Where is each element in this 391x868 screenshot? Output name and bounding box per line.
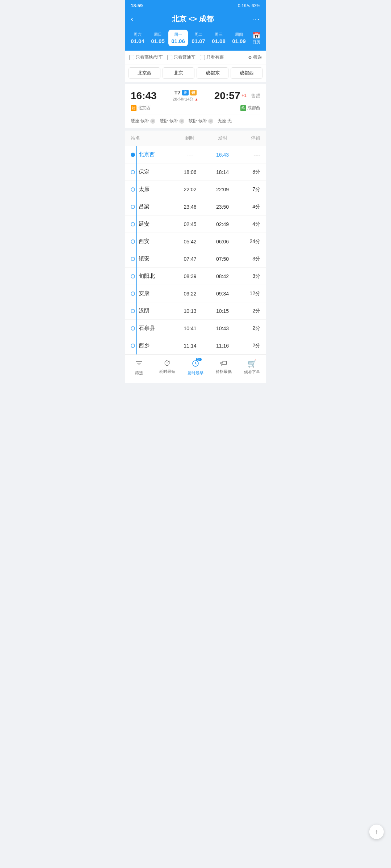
nav-waitlist[interactable]: 🛒 候补下单 xyxy=(238,358,266,377)
filter-high-speed-checkbox[interactable] xyxy=(129,55,134,60)
nav-earliest[interactable]: 24 发时最早 xyxy=(181,358,210,377)
status-bar: 18:59 0.1K/s 63% xyxy=(125,0,266,11)
stop-arrive: 07:47 xyxy=(174,256,206,262)
stop-arrive: 02:45 xyxy=(174,221,206,227)
stop-depart: 16:43 xyxy=(206,152,239,158)
stop-dot xyxy=(131,170,135,174)
nav-earliest-label: 发时最早 xyxy=(188,370,203,376)
stop-name: 汉阴 xyxy=(139,307,150,314)
filter-screen-icon: ⚙ xyxy=(248,55,252,60)
calendar-label: 日历 xyxy=(252,39,260,45)
seat-soft-sleep: 软卧 候补 ✕ xyxy=(189,118,213,124)
stop-stay: 4分 xyxy=(239,204,260,210)
nav-shortest[interactable]: ⏱ 耗时最短 xyxy=(153,358,181,377)
stop-arrive: 22:02 xyxy=(174,187,206,192)
seat-hard: 硬座 候补 ✕ xyxy=(131,118,155,124)
stop-row: 安康 09:22 09:34 12分 xyxy=(125,285,266,302)
badge-mian: 兑 xyxy=(182,90,189,95)
seat-no-seat: 无座 无 xyxy=(218,118,232,124)
nav-shortest-label: 耗时最短 xyxy=(159,369,175,374)
filter-screen-button[interactable]: ⚙ 筛选 xyxy=(248,54,262,60)
stop-depart: 02:49 xyxy=(206,221,239,227)
stop-dot xyxy=(131,344,135,348)
filter-high-speed[interactable]: 只看高铁/动车 xyxy=(129,54,163,60)
table-header: 站名 到时 发时 停留 xyxy=(125,131,266,146)
filter-available-checkbox[interactable] xyxy=(200,55,205,60)
seat-hard-close[interactable]: ✕ xyxy=(150,119,155,124)
filter-screen-label: 筛选 xyxy=(253,54,262,60)
stop-dot xyxy=(131,292,135,296)
depart-station-name: 北京西 xyxy=(138,105,151,111)
stop-name: 旬阳北 xyxy=(139,273,155,280)
day-item-0106[interactable]: 周一01.06 xyxy=(168,30,188,46)
sold-out-label: 售罄 xyxy=(251,93,260,99)
day-item-0108[interactable]: 周三01.08 xyxy=(209,30,228,46)
station-tab-chengdudong[interactable]: 成都东 xyxy=(197,67,228,79)
stop-name: 西安 xyxy=(139,238,150,245)
station-tab-chengduxi[interactable]: 成都西 xyxy=(231,67,262,79)
stop-depart: 11:16 xyxy=(206,343,239,349)
stop-arrive: 08:39 xyxy=(174,273,206,279)
bottom-nav: 筛选 ⏱ 耗时最短 24 发时最早 🏷 价格最低 🛒 候补下单 xyxy=(125,354,266,383)
tag-start: 始 xyxy=(131,105,136,111)
train-number-text: T7 xyxy=(174,89,181,95)
waitlist-nav-icon: 🛒 xyxy=(248,359,257,368)
stop-depart: 09:34 xyxy=(206,291,239,297)
stop-stay: ---- xyxy=(239,152,260,158)
day-item-0104[interactable]: 周六01.04 xyxy=(128,30,147,46)
stop-dot xyxy=(131,326,135,331)
badge-pu: 铺 xyxy=(190,90,197,95)
stop-arrive: 10:41 xyxy=(174,326,206,331)
header-stay: 停留 xyxy=(239,135,260,141)
stop-row: 镇安 07:47 07:50 3分 xyxy=(125,250,266,268)
station-tabs: 北京西 北京 成都东 成都西 xyxy=(125,64,266,82)
stop-row: 吕梁 23:46 23:50 4分 xyxy=(125,198,266,216)
next-day-badge: +1 xyxy=(241,93,247,98)
stop-dot xyxy=(131,153,135,157)
stop-depart: 08:42 xyxy=(206,273,239,279)
seat-hard-sleep-close[interactable]: ✕ xyxy=(179,119,184,124)
nav-filter[interactable]: 筛选 xyxy=(125,358,153,377)
day-item-0107[interactable]: 周二01.07 xyxy=(189,30,208,46)
stop-row: 西乡 11:14 11:16 2分 xyxy=(125,337,266,354)
cheapest-nav-icon: 🏷 xyxy=(220,359,227,367)
stops-list: 北京西 ---- 16:43 ---- 保定 18:06 18:14 8分 太原… xyxy=(125,146,266,354)
day-item-0105[interactable]: 周日01.05 xyxy=(148,30,168,46)
stop-stay: 12分 xyxy=(239,290,260,297)
day-item-0109[interactable]: 周四01.09 xyxy=(229,30,249,46)
status-signal: 0.1K/s xyxy=(238,3,250,8)
filter-normal-checkbox[interactable] xyxy=(167,55,172,60)
seat-soft-sleep-close[interactable]: ✕ xyxy=(208,119,213,124)
more-button[interactable]: ··· xyxy=(252,15,260,23)
calendar-button[interactable]: 📅 日历 xyxy=(249,30,263,46)
filter-bar: 只看高铁/动车 只看普通车 只看有票 ⚙ 筛选 xyxy=(125,51,266,64)
seat-status: 硬座 候补 ✕ 硬卧 候补 ✕ 软卧 候补 ✕ 无座 无 xyxy=(131,115,260,124)
nav-cheapest[interactable]: 🏷 价格最低 xyxy=(210,358,238,377)
stop-name: 保定 xyxy=(139,169,150,175)
stop-row: 延安 02:45 02:49 4分 xyxy=(125,216,266,233)
filter-normal-train[interactable]: 只看普通车 xyxy=(167,54,196,60)
stop-name: 石泉县 xyxy=(139,325,155,332)
station-tab-beijingxi[interactable]: 北京西 xyxy=(129,67,160,79)
stop-depart: 18:14 xyxy=(206,169,239,175)
stop-row: 太原 22:02 22:09 7分 xyxy=(125,181,266,198)
stop-name: 延安 xyxy=(139,221,150,227)
arrive-station: 终 成都西 xyxy=(240,105,260,111)
stop-row: 旬阳北 08:39 08:42 3分 xyxy=(125,268,266,285)
filter-high-speed-label: 只看高铁/动车 xyxy=(136,54,163,60)
depart-station: 始 北京西 xyxy=(131,105,151,111)
station-tab-beijing[interactable]: 北京 xyxy=(163,67,194,79)
header: ‹ 北京 <> 成都 ··· xyxy=(125,11,266,28)
stop-stay: 2分 xyxy=(239,342,260,349)
back-button[interactable]: ‹ xyxy=(131,14,133,24)
stop-depart: 23:50 xyxy=(206,204,239,210)
stop-arrive: 05:42 xyxy=(174,239,206,244)
filter-available[interactable]: 只看有票 xyxy=(200,54,224,60)
stop-stay: 4分 xyxy=(239,221,260,227)
stop-row: 石泉县 10:41 10:43 2分 xyxy=(125,320,266,337)
filter-normal-label: 只看普通车 xyxy=(174,54,196,60)
stop-arrive: 23:46 xyxy=(174,204,206,210)
header-arrive: 到时 xyxy=(174,135,206,141)
stop-name: 太原 xyxy=(139,186,150,193)
stop-arrive: 11:14 xyxy=(174,343,206,349)
